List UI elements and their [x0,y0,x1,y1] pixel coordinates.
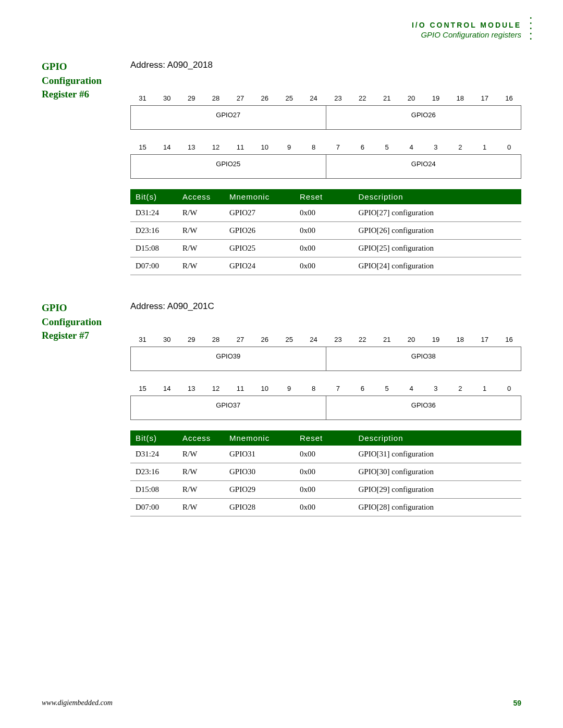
table-header-cell: Access [177,430,224,446]
bit-diagram: 1514131211109876543210GPIO25GPIO24 [130,140,521,179]
bit-number: 29 [179,332,204,347]
table-cell: R/W [177,463,224,481]
bit-number: 7 [326,140,350,154]
table-cell: D23:16 [130,222,177,240]
bit-number: 15 [130,140,155,154]
register-table: Bit(s)AccessMnemonicResetDescriptionD31:… [130,189,521,275]
bit-number: 14 [155,381,179,396]
bit-number: 9 [277,381,301,396]
bit-number: 31 [130,332,155,347]
table-cell: GPIO[24] configuration [353,257,522,275]
register-content: Address: A090_20183130292827262524232221… [130,60,521,275]
bit-number: 24 [301,332,326,347]
table-cell: 0x00 [295,481,353,499]
bit-number: 2 [448,140,472,154]
table-cell: 0x00 [295,499,353,516]
decorative-dots: ••••• [530,16,532,42]
table-cell: GPIO28 [224,499,295,516]
table-cell: 0x00 [295,257,353,275]
bit-field-row: GPIO25GPIO24 [130,154,521,179]
bit-number: 20 [399,91,424,105]
bit-number: 18 [448,332,472,347]
bit-field: GPIO36 [326,396,522,420]
table-row: D15:08R/WGPIO290x00GPIO[29] configuratio… [130,481,521,499]
table-row: D07:00R/WGPIO280x00GPIO[28] configuratio… [130,499,521,516]
bit-field: GPIO25 [130,154,326,179]
table-row: D15:08R/WGPIO250x00GPIO[25] configuratio… [130,240,521,257]
table-cell: R/W [177,499,224,516]
bit-field: GPIO26 [326,105,522,130]
table-header-cell: Description [353,430,522,446]
bit-number: 1 [472,140,497,154]
table-header-cell: Bit(s) [130,430,177,446]
bit-number: 9 [277,140,301,154]
bit-number: 27 [228,332,253,347]
table-cell: GPIO27 [224,204,295,222]
bit-field: GPIO37 [130,396,326,420]
bit-number-row: 1514131211109876543210 [130,140,521,154]
register-address: Address: A090_201C [130,301,521,312]
register-address: Address: A090_2018 [130,60,521,70]
bit-number-row: 1514131211109876543210 [130,381,521,396]
bit-number: 29 [179,91,204,105]
bit-number: 15 [130,381,155,396]
footer-url: www.digiembedded.com [42,699,113,707]
table-cell: R/W [177,257,224,275]
bit-number: 11 [228,140,253,154]
bit-number: 22 [350,332,375,347]
bit-number: 1 [472,381,497,396]
bit-number: 26 [252,332,277,347]
table-row: D23:16R/WGPIO260x00GPIO[26] configuratio… [130,222,521,240]
bit-number: 28 [204,332,228,347]
register-content: Address: A090_201C3130292827262524232221… [130,301,521,516]
footer-page-number: 59 [513,699,521,707]
bit-number: 26 [252,91,277,105]
bit-number: 23 [326,91,350,105]
bit-number: 10 [252,381,277,396]
table-cell: D31:24 [130,446,177,463]
table-row: D31:24R/WGPIO310x00GPIO[31] configuratio… [130,446,521,463]
table-cell: D15:08 [130,481,177,499]
table-cell: GPIO29 [224,481,295,499]
table-cell: GPIO[28] configuration [353,499,522,516]
table-header-cell: Reset [295,430,353,446]
bit-number: 21 [375,332,399,347]
register-title: GPIO Configuration Register #7 [42,301,125,343]
bit-number: 17 [472,91,497,105]
table-header-cell: Bit(s) [130,189,177,204]
bit-number: 19 [424,332,448,347]
bit-number: 24 [301,91,326,105]
table-cell: GPIO[29] configuration [353,481,522,499]
table-cell: 0x00 [295,222,353,240]
register-section: GPIO Configuration Register #7Address: A… [42,301,521,516]
table-cell: GPIO[30] configuration [353,463,522,481]
table-cell: 0x00 [295,204,353,222]
table-cell: R/W [177,240,224,257]
bit-field: GPIO27 [130,105,326,130]
table-cell: D07:00 [130,499,177,516]
header-subtitle: GPIO Configuration registers [42,30,521,39]
bit-number: 5 [375,140,399,154]
table-cell: GPIO30 [224,463,295,481]
table-cell: D31:24 [130,204,177,222]
bit-number: 16 [497,332,521,347]
bit-number: 30 [155,332,179,347]
bit-number: 0 [497,381,521,396]
bit-number: 25 [277,91,301,105]
bit-number: 31 [130,91,155,105]
table-row: D07:00R/WGPIO240x00GPIO[24] configuratio… [130,257,521,275]
table-cell: D23:16 [130,463,177,481]
bit-number: 12 [204,381,228,396]
bit-number: 13 [179,140,204,154]
bit-number: 4 [399,140,424,154]
table-cell: GPIO[27] configuration [353,204,522,222]
bit-number: 0 [497,140,521,154]
bit-number-row: 31302928272625242322212019181716 [130,332,521,347]
table-cell: R/W [177,481,224,499]
bit-number: 8 [301,381,326,396]
table-cell: 0x00 [295,240,353,257]
bit-number: 5 [375,381,399,396]
table-cell: R/W [177,446,224,463]
bit-number: 12 [204,140,228,154]
bit-number: 10 [252,140,277,154]
